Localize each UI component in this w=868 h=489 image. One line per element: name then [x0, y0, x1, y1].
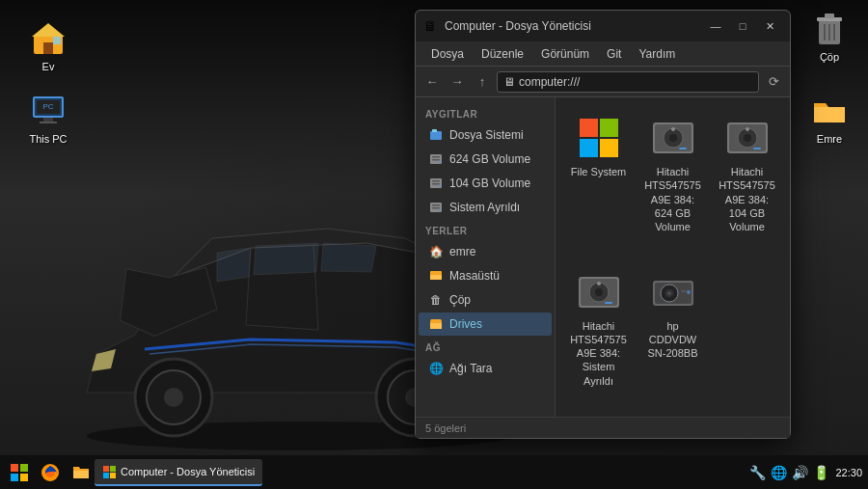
open-app-label: Computer - Dosya Yöneticisi: [121, 466, 255, 477]
svg-text:PC: PC: [42, 102, 53, 111]
taskbar-icon-volume[interactable]: 🔊: [792, 465, 808, 480]
sidebar-item-dosya-label: Dosya Sistemi: [449, 128, 524, 142]
titlebar: 🖥 Computer - Dosya Yöneticisi — □ ✕: [416, 11, 790, 41]
hitachisistem-label: Hitachi HTS547575A9E 384: Sistem Ayrıldı: [569, 319, 628, 388]
file-item-hitachisistem[interactable]: Hitachi HTS547575A9E 384: Sistem Ayrıldı: [565, 261, 632, 408]
svg-rect-31: [432, 183, 440, 185]
agitara-icon: 🌐: [428, 361, 444, 376]
file-item-hpdvd[interactable]: hp CDDVDW SN-208BB: [639, 261, 706, 408]
filesystem-label: File System: [571, 165, 626, 178]
svg-rect-19: [825, 14, 834, 18]
sidebar-item-masaustu[interactable]: Masaüstü: [419, 264, 552, 287]
sidebar-item-cop[interactable]: 🗑 Çöp: [419, 288, 552, 312]
close-button[interactable]: ✕: [757, 16, 782, 36]
address-bar[interactable]: 🖥 computer:///: [497, 71, 759, 93]
svg-rect-72: [11, 474, 18, 481]
desktop-icon-trash[interactable]: Çöp: [796, 5, 863, 68]
taskbar-firefox[interactable]: [37, 459, 64, 486]
sidebar-item-vol104[interactable]: 104 GB Volume: [419, 172, 552, 195]
sidebar-item-vol104-label: 104 GB Volume: [449, 177, 530, 190]
svg-point-46: [669, 134, 677, 142]
window-controls: — □ ✕: [703, 16, 782, 36]
clock-time: 22:30: [835, 467, 862, 478]
taskbar-clock: 22:30: [835, 467, 862, 478]
menu-gorunum[interactable]: Görünüm: [533, 44, 597, 64]
taskbar-icon-network[interactable]: 🔧: [749, 465, 766, 480]
file-item-hitachi104[interactable]: Hitachi HTS547575A9E 384: 104 GB Volume: [714, 107, 780, 254]
sidebar-item-drives[interactable]: Drives: [419, 312, 552, 336]
maximize-button[interactable]: □: [730, 16, 755, 36]
filesystem-icon: [576, 115, 622, 161]
svg-rect-77: [110, 466, 116, 472]
taskbar-right: 🔧 🌐 🔊 🔋 22:30: [749, 465, 862, 480]
menu-git[interactable]: Git: [599, 44, 629, 64]
svg-rect-27: [432, 159, 440, 161]
hitachi104-label: Hitachi HTS547575A9E 384: 104 GB Volume: [718, 165, 776, 233]
taskbar-icons: [37, 459, 95, 486]
hitachi624-icon: [650, 115, 696, 161]
hpdvd-label: hp CDDVDW SN-208BB: [643, 319, 702, 361]
sidebar-item-sistemayrildi-label: Sistem Ayrıldı: [449, 201, 520, 214]
hitachi624-label: Hitachi HTS547575A9E 384: 624 GB Volume: [643, 165, 702, 233]
svg-rect-67: [681, 290, 687, 292]
sidebar-item-vol624[interactable]: 624 GB Volume: [419, 148, 552, 171]
file-item-hitachi624[interactable]: Hitachi HTS547575A9E 384: 624 GB Volume: [639, 107, 706, 254]
sidebar-item-emre-label: emre: [449, 245, 475, 258]
sidebar-section-ag: AĞ: [416, 337, 555, 356]
svg-rect-26: [432, 156, 440, 158]
svg-point-53: [746, 127, 749, 131]
svg-rect-73: [20, 474, 28, 481]
taskbar-open-app[interactable]: Computer - Dosya Yöneticisi: [95, 459, 262, 486]
home-icon: [29, 18, 68, 57]
desktop-icon-emre[interactable]: Emre: [796, 87, 863, 149]
taskbar-icon-globe[interactable]: 🌐: [771, 465, 787, 480]
sidebar-item-vol624-label: 624 GB Volume: [449, 152, 530, 166]
svg-rect-78: [103, 473, 109, 478]
svg-point-69: [687, 290, 691, 294]
thispc-icon: PC: [29, 91, 68, 129]
file-grid: File System: [565, 107, 780, 407]
emre-sidebar-icon: 🏠: [428, 244, 444, 259]
start-button[interactable]: [6, 459, 33, 486]
svg-point-59: [597, 282, 601, 285]
sidebar-item-agitara[interactable]: 🌐 Ağı Tara: [419, 357, 552, 380]
menu-dosya[interactable]: Dosya: [423, 44, 472, 64]
hitachi104-icon: [724, 115, 771, 161]
svg-point-28: [438, 161, 440, 163]
svg-rect-39: [580, 119, 598, 137]
desktop-icon-home[interactable]: Ev: [14, 14, 82, 77]
emre-label: Emre: [817, 133, 842, 146]
refresh-button[interactable]: ⟳: [763, 71, 784, 93]
sidebar-item-emre[interactable]: 🏠 emre: [419, 240, 552, 263]
sidebar-item-dosya[interactable]: Dosya Sistemi: [419, 123, 552, 147]
svg-rect-23: [430, 131, 442, 140]
content-area: AYGITLAR Dosya Sistemi: [416, 97, 790, 417]
home-label: Ev: [42, 61, 55, 73]
address-icon: 🖥: [503, 75, 515, 89]
up-button[interactable]: ↑: [472, 71, 493, 93]
back-button[interactable]: ←: [421, 71, 443, 93]
trash-icon: [810, 9, 849, 47]
hitachisistem-icon: [576, 269, 622, 315]
forward-button[interactable]: →: [447, 71, 468, 93]
svg-rect-10: [53, 37, 61, 44]
svg-rect-38: [430, 275, 442, 280]
svg-point-65: [667, 291, 670, 294]
sidebar-item-agitara-label: Ağı Tara: [449, 362, 492, 375]
minimize-button[interactable]: —: [703, 16, 728, 36]
emre-folder-icon: [810, 91, 849, 129]
file-item-filesystem[interactable]: File System: [565, 107, 632, 254]
svg-rect-54: [753, 148, 761, 149]
menu-yardim[interactable]: Yardım: [631, 44, 683, 64]
svg-rect-71: [20, 464, 28, 472]
svg-point-36: [438, 209, 440, 211]
menu-duzenle[interactable]: Düzenle: [474, 44, 531, 64]
toolbar: ← → ↑ 🖥 computer:/// ⟳: [416, 67, 790, 97]
file-grid-area: File System: [556, 97, 790, 417]
taskbar-icon-battery[interactable]: 🔋: [813, 465, 829, 480]
sidebar-item-masaustu-label: Masaüstü: [449, 269, 500, 283]
taskbar-filemanager[interactable]: [68, 459, 95, 486]
desktop-icon-thispc[interactable]: PC This PC: [14, 87, 82, 149]
file-manager-window: 🖥 Computer - Dosya Yöneticisi — □ ✕ Dosy…: [415, 10, 791, 439]
sidebar-item-sistemayrildi[interactable]: Sistem Ayrıldı: [419, 196, 552, 219]
